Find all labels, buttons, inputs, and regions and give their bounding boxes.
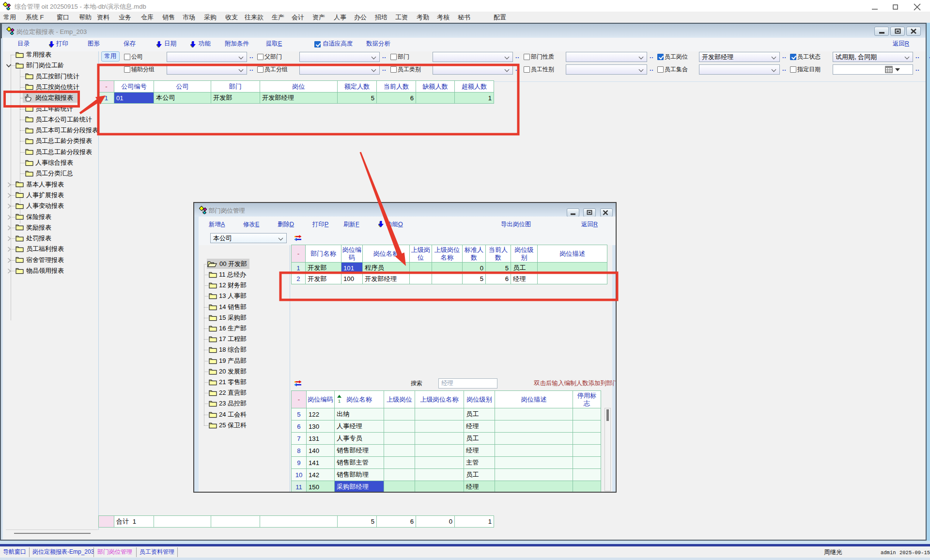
svg-text:1: 1 — [338, 399, 341, 404]
